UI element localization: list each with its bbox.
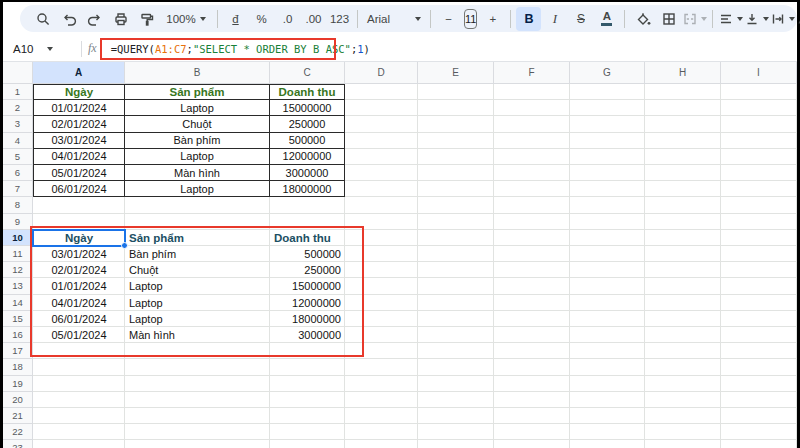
cell-B18[interactable] — [125, 359, 270, 375]
cell-F17[interactable] — [494, 343, 570, 359]
cell-G20[interactable] — [570, 392, 645, 408]
source-table-cell[interactable]: Chuột — [125, 116, 270, 132]
cell-D3[interactable] — [345, 116, 418, 132]
cell-F13[interactable] — [494, 278, 570, 294]
cell-F3[interactable] — [494, 116, 570, 132]
name-box[interactable]: A10 — [3, 43, 79, 55]
cell-H5[interactable] — [645, 149, 721, 165]
row-header-23[interactable]: 23 — [3, 440, 33, 448]
row-header-21[interactable]: 21 — [3, 408, 33, 424]
cell-I3[interactable] — [721, 116, 797, 132]
merge-cells-button[interactable] — [682, 7, 707, 31]
row-header-20[interactable]: 20 — [3, 392, 33, 408]
cell-I8[interactable] — [721, 197, 797, 213]
cell-D18[interactable] — [345, 359, 418, 375]
more-number-formats-button[interactable]: 123 — [327, 7, 352, 31]
font-family-select[interactable]: Arial — [363, 7, 425, 31]
cell-I1[interactable] — [721, 84, 797, 100]
cell-F12[interactable] — [494, 262, 570, 278]
cell-G22[interactable] — [570, 424, 645, 440]
cell-F20[interactable] — [494, 392, 570, 408]
search-icon[interactable] — [30, 7, 55, 31]
cell-B22[interactable] — [125, 424, 270, 440]
source-table-header[interactable]: Ngày — [33, 84, 125, 100]
cell-H15[interactable] — [645, 311, 721, 327]
cell-G7[interactable] — [570, 181, 645, 197]
percent-format-button[interactable]: % — [249, 7, 274, 31]
cell-A20[interactable] — [33, 392, 125, 408]
cell-F7[interactable] — [494, 181, 570, 197]
source-table-cell[interactable]: 18000000 — [270, 181, 345, 197]
cell-I22[interactable] — [721, 424, 797, 440]
row-header-15[interactable]: 15 — [3, 311, 33, 327]
decrease-decimal-button[interactable]: .0 — [275, 7, 300, 31]
increase-decimal-button[interactable]: .00 — [301, 7, 326, 31]
cell-E18[interactable] — [418, 359, 494, 375]
source-table-cell[interactable]: Màn hình — [125, 165, 270, 181]
cell-E1[interactable] — [418, 84, 494, 100]
cell-I21[interactable] — [721, 408, 797, 424]
cell-F19[interactable] — [494, 376, 570, 392]
cell-H7[interactable] — [645, 181, 721, 197]
cell-C18[interactable] — [270, 359, 345, 375]
cell-I12[interactable] — [721, 262, 797, 278]
cell-H6[interactable] — [645, 165, 721, 181]
horizontal-align-button[interactable] — [718, 7, 743, 31]
source-table-cell[interactable]: Laptop — [125, 181, 270, 197]
row-header-19[interactable]: 19 — [3, 376, 33, 392]
cell-I20[interactable] — [721, 392, 797, 408]
row-header-14[interactable]: 14 — [3, 295, 33, 311]
cell-H4[interactable] — [645, 133, 721, 149]
cell-F8[interactable] — [494, 197, 570, 213]
cell-E13[interactable] — [418, 278, 494, 294]
row-header-2[interactable]: 2 — [3, 100, 33, 116]
cell-H19[interactable] — [645, 376, 721, 392]
source-table-cell[interactable]: 12000000 — [270, 149, 345, 165]
cell-E23[interactable] — [418, 440, 494, 448]
row-header-18[interactable]: 18 — [3, 359, 33, 375]
cell-F16[interactable] — [494, 327, 570, 343]
column-header-A[interactable]: A — [33, 62, 125, 84]
cell-H18[interactable] — [645, 359, 721, 375]
cell-I7[interactable] — [721, 181, 797, 197]
cell-I15[interactable] — [721, 311, 797, 327]
cell-I4[interactable] — [721, 133, 797, 149]
cell-B20[interactable] — [125, 392, 270, 408]
decrease-font-size-button[interactable]: − — [436, 7, 461, 31]
cell-A8[interactable] — [33, 197, 125, 213]
cell-E22[interactable] — [418, 424, 494, 440]
cell-C19[interactable] — [270, 376, 345, 392]
cell-I13[interactable] — [721, 278, 797, 294]
cell-F23[interactable] — [494, 440, 570, 448]
cell-G23[interactable] — [570, 440, 645, 448]
cell-D8[interactable] — [345, 197, 418, 213]
source-table-header[interactable]: Sản phẩm — [125, 84, 270, 100]
cell-E8[interactable] — [418, 197, 494, 213]
source-table-cell[interactable]: 05/01/2024 — [33, 165, 125, 181]
bold-button[interactable]: B — [516, 7, 541, 31]
cell-E7[interactable] — [418, 181, 494, 197]
cell-E19[interactable] — [418, 376, 494, 392]
cell-D19[interactable] — [345, 376, 418, 392]
row-header-10[interactable]: 10 — [3, 230, 33, 246]
cell-I6[interactable] — [721, 165, 797, 181]
cell-G9[interactable] — [570, 214, 645, 230]
source-table-cell[interactable]: 01/01/2024 — [33, 100, 125, 116]
row-header-4[interactable]: 4 — [3, 133, 33, 149]
cell-E10[interactable] — [418, 230, 494, 246]
cell-D4[interactable] — [345, 133, 418, 149]
row-header-17[interactable]: 17 — [3, 343, 33, 359]
cell-D5[interactable] — [345, 149, 418, 165]
cell-E16[interactable] — [418, 327, 494, 343]
source-table-cell[interactable]: 250000 — [270, 116, 345, 132]
select-all-corner[interactable] — [3, 62, 33, 84]
cell-C23[interactable] — [270, 440, 345, 448]
borders-icon[interactable] — [656, 7, 681, 31]
cell-A22[interactable] — [33, 424, 125, 440]
text-color-button[interactable]: A — [594, 7, 619, 31]
cell-A21[interactable] — [33, 408, 125, 424]
cell-I14[interactable] — [721, 295, 797, 311]
cell-D21[interactable] — [345, 408, 418, 424]
cell-G3[interactable] — [570, 116, 645, 132]
cell-F18[interactable] — [494, 359, 570, 375]
